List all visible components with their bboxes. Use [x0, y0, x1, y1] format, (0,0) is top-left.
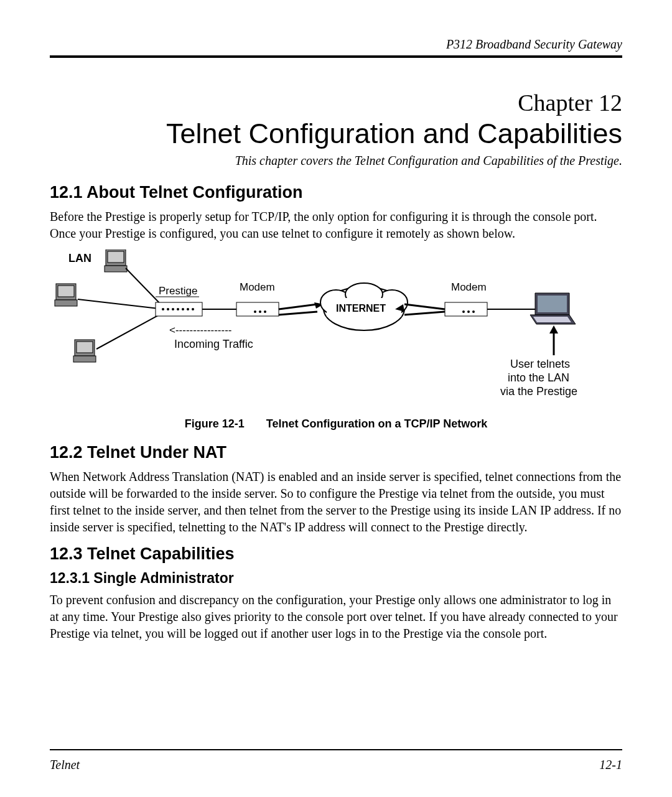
incoming-arrow: <----------------	[169, 324, 232, 336]
svg-point-21	[254, 310, 256, 313]
footer: Telnet 12-1	[50, 749, 622, 772]
user-text-1: User telnets	[510, 358, 570, 370]
svg-point-37	[472, 310, 475, 313]
section-12-3-1-heading: 12.3.1 Single Administrator	[50, 570, 622, 587]
prestige-label: Prestige	[159, 285, 197, 297]
svg-rect-1	[108, 251, 124, 263]
svg-point-14	[167, 308, 169, 310]
svg-rect-4	[58, 286, 74, 297]
svg-point-15	[172, 308, 174, 310]
incoming-label: Incoming Traffic	[174, 338, 253, 350]
header-rule	[50, 55, 622, 58]
svg-point-35	[462, 310, 465, 313]
modem-left-device	[236, 302, 279, 316]
modem-right-device	[445, 302, 487, 316]
svg-line-24	[279, 304, 317, 309]
svg-point-18	[187, 308, 189, 310]
computer-icon	[105, 249, 127, 272]
svg-point-23	[264, 310, 266, 313]
svg-marker-40	[549, 325, 558, 333]
svg-point-36	[467, 310, 470, 313]
section-12-2-body: When Network Address Translation (NAT) i…	[50, 468, 622, 536]
svg-line-26	[279, 312, 317, 315]
svg-rect-7	[77, 342, 93, 353]
section-12-1-heading: 12.1 About Telnet Configuration	[50, 183, 622, 202]
svg-rect-8	[73, 356, 96, 362]
svg-line-10	[78, 299, 159, 309]
computer-icon	[55, 284, 77, 306]
svg-point-17	[182, 308, 184, 310]
chapter-label: Chapter 12	[50, 89, 622, 116]
chapter-subtitle: This chapter covers the Telnet Configura…	[50, 154, 622, 168]
laptop-icon	[530, 293, 576, 324]
user-text-3: via the Prestige	[500, 385, 577, 398]
svg-point-16	[177, 308, 179, 310]
modem-left-label: Modem	[240, 281, 275, 293]
section-12-1-body: Before the Prestige is properly setup fo…	[50, 208, 622, 242]
computer-icon	[73, 340, 96, 362]
svg-point-19	[192, 308, 194, 310]
network-diagram: LAN Prestige	[50, 249, 622, 405]
section-12-3-1-body: To prevent confusion and discrepancy on …	[50, 592, 622, 642]
header-product: P312 Broadband Security Gateway	[50, 37, 622, 55]
footer-rule	[50, 749, 622, 750]
figure-caption: Figure 12-1 Telnet Configuration on a TC…	[50, 417, 622, 431]
figure-caption-prefix: Figure 12-1	[185, 417, 245, 430]
svg-rect-5	[55, 300, 77, 306]
svg-rect-2	[105, 266, 127, 272]
svg-line-34	[404, 312, 445, 315]
modem-right-label: Modem	[451, 281, 487, 293]
footer-right: 12-1	[599, 758, 622, 772]
lan-label: LAN	[68, 252, 91, 264]
figure-caption-text: Telnet Configuration on a TCP/IP Network	[266, 417, 487, 430]
user-text-2: into the LAN	[508, 371, 569, 384]
chapter-title: Telnet Configuration and Capabilities	[50, 118, 622, 150]
section-12-3-heading: 12.3 Telnet Capabilities	[50, 544, 622, 564]
section-12-2-heading: 12.2 Telnet Under NAT	[50, 443, 622, 462]
footer-left: Telnet	[50, 758, 80, 772]
internet-cloud: INTERNET	[320, 283, 408, 330]
internet-label: INTERNET	[336, 303, 386, 314]
svg-line-11	[96, 312, 165, 349]
svg-point-13	[162, 308, 164, 310]
svg-line-32	[404, 304, 445, 309]
figure-12-1: LAN Prestige	[50, 249, 622, 431]
svg-point-22	[259, 310, 261, 313]
